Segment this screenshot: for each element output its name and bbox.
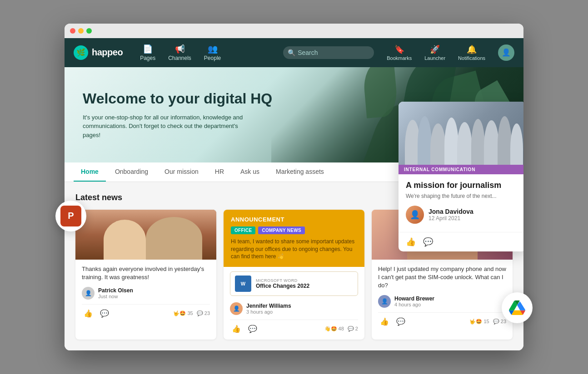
card-body-leadership: Thanks again everyone involved in yester… [75, 260, 216, 324]
file-source: MICROSOFT WORD [256, 278, 309, 283]
card-announcement: ANNOUNCEMENT OFFICE COMPANY NEWS Hi team… [224, 210, 364, 340]
reactions-itsupport: 🤟🤩 15 [469, 319, 489, 325]
author-avatar-leadership: 👤 [82, 287, 95, 300]
chip-companynews: COMPANY NEWS [258, 226, 305, 234]
article-author: 👤 Jona Davidova 12 April 2021 [406, 206, 518, 224]
channels-icon: 📢 [175, 44, 185, 54]
comment-button-itsupport[interactable]: 💬 [394, 316, 407, 327]
announcement-chips: OFFICE COMPANY NEWS [231, 226, 357, 234]
card-meta-announcement: 👤 Jennifer Williams 3 hours ago [230, 302, 358, 315]
floating-gdrive-icon[interactable] [502, 292, 533, 323]
nav-label-pages: Pages [140, 55, 155, 61]
card-meta-leadership: 👤 Patrick Olsen Just now [82, 287, 210, 300]
bookmarks-label: Bookmarks [387, 55, 412, 61]
tab-onboarding[interactable]: Onboarding [108, 162, 155, 182]
comments-count-announcement: 💬 2 [348, 326, 358, 332]
nav-item-pages[interactable]: 📄 Pages [140, 44, 155, 61]
logo-icon: 🌿 [74, 45, 88, 60]
notifications-label: Notifications [458, 55, 485, 61]
comment-button-announcement[interactable]: 💬 [246, 324, 259, 334]
launcher-label: Launcher [424, 55, 445, 61]
reactions-leadership: 🤟🤩 35 [173, 310, 193, 316]
like-button-announcement[interactable]: 👍 [230, 324, 243, 334]
card-actions-itsupport: 👍 💬 🤟🤩 15 💬 23 [378, 312, 506, 327]
like-button-article[interactable]: 👍 [406, 237, 416, 247]
pages-icon: 📄 [143, 44, 153, 54]
logo-text: happeo [92, 47, 123, 58]
hero-text: Welcome to your digital HQ It's your one… [65, 76, 290, 153]
launcher-icon: 🚀 [430, 44, 440, 54]
card-actions-announcement: 👍 💬 👋🤩 48 💬 2 [230, 320, 358, 334]
file-attachment[interactable]: W MICROSOFT WORD Office Changes 2022 [230, 271, 358, 296]
tab-hr[interactable]: HR [208, 162, 231, 182]
hero-subtitle: It's your one-stop-shop for all our info… [83, 113, 255, 140]
nav-item-people[interactable]: 👥 People [204, 44, 221, 61]
author-time-itsupport: 4 hours ago [394, 302, 434, 307]
nav-label-people: People [204, 55, 221, 61]
minimize-button[interactable] [78, 28, 84, 34]
announcement-tag: ANNOUNCEMENT [231, 216, 357, 223]
article-category: INTERNAL COMMUNICATION [399, 165, 523, 174]
announcement-text: Hi team, I wanted to share some importan… [231, 238, 357, 261]
nav-item-channels[interactable]: 📢 Channels [168, 44, 191, 61]
tab-askus[interactable]: Ask us [233, 162, 267, 182]
card-text-leadership: Thanks again everyone involved in yester… [82, 265, 210, 281]
gdrive-icon [507, 297, 528, 318]
comments-count-itsupport: 💬 23 [493, 319, 506, 325]
nav-action-bookmarks[interactable]: 🔖 Bookmarks [387, 44, 412, 61]
titlebar [65, 24, 523, 38]
people-icon: 👥 [208, 44, 218, 54]
article-body: A mission for journalism We're shaping t… [399, 174, 523, 231]
author-date-article: 12 April 2021 [429, 215, 473, 221]
floating-powerpoint-icon[interactable]: P [55, 201, 86, 231]
article-image: INTERNAL COMMUNICATION [399, 102, 523, 174]
reactions-announcement: 👋🤩 48 [324, 326, 344, 332]
close-button[interactable] [70, 28, 75, 34]
notifications-icon: 🔔 [467, 44, 477, 54]
author-avatar-itsupport: 👤 [378, 295, 391, 308]
powerpoint-icon: P [60, 206, 81, 226]
word-icon: W [235, 276, 251, 292]
card-actions-leadership: 👍 💬 🤟🤩 35 💬 23 [82, 304, 210, 319]
hero-title: Welcome to your digital HQ [83, 90, 272, 107]
card-body-itsupport: Help! I just updated my company phone an… [372, 260, 513, 333]
navbar: 🌿 happeo 📄 Pages 📢 Channels 👥 People 🔍 [65, 38, 523, 67]
card-image-leadership: LEADERSHIP [75, 210, 216, 260]
announcement-header: ANNOUNCEMENT OFFICE COMPANY NEWS Hi team… [224, 210, 364, 267]
article-title: A mission for journalism [406, 181, 518, 191]
tab-home[interactable]: Home [74, 162, 106, 182]
author-name-announcement: Jennifer Williams [246, 303, 291, 309]
like-button-leadership[interactable]: 👍 [82, 308, 95, 319]
nav-action-notifications[interactable]: 🔔 Notifications [458, 44, 485, 61]
article-floating-card: INTERNAL COMMUNICATION A mission for jou… [399, 102, 523, 252]
card-body-announcement: 👤 Jennifer Williams 3 hours ago 👍 💬 👋🤩 4… [224, 300, 364, 340]
tab-mission[interactable]: Our mission [157, 162, 206, 182]
file-name: Office Changes 2022 [256, 283, 309, 289]
comment-button-leadership[interactable]: 💬 [98, 308, 111, 319]
bookmarks-icon: 🔖 [394, 44, 404, 54]
comment-button-article[interactable]: 💬 [423, 237, 433, 247]
nav-action-launcher[interactable]: 🚀 Launcher [424, 44, 445, 61]
author-name-itsupport: Howard Brewer [394, 295, 434, 302]
logo[interactable]: 🌿 happeo [74, 45, 123, 60]
author-avatar-announcement: 👤 [230, 302, 243, 315]
article-actions: 👍 💬 [399, 232, 523, 251]
card-leadership: LEADERSHIP Thanks again everyone involve… [75, 210, 216, 340]
nav-label-channels: Channels [168, 55, 191, 61]
card-text-itsupport: Help! I just updated my company phone an… [378, 265, 506, 290]
author-time-leadership: Just now [98, 294, 133, 299]
author-avatar-article: 👤 [406, 206, 424, 224]
tab-marketing[interactable]: Marketing assets [269, 162, 331, 182]
chip-office: OFFICE [231, 226, 255, 234]
card-meta-itsupport: 👤 Howard Brewer 4 hours ago [378, 295, 506, 308]
author-time-announcement: 3 hours ago [246, 309, 291, 315]
search-input[interactable] [283, 46, 374, 59]
article-desc: We're shaping the future of the next... [406, 193, 518, 199]
author-name-leadership: Patrick Olsen [98, 287, 133, 294]
maximize-button[interactable] [86, 28, 92, 34]
search-wrapper: 🔍 [283, 46, 374, 59]
like-button-itsupport[interactable]: 👍 [378, 316, 391, 327]
author-name-article: Jona Davidova [429, 208, 473, 215]
user-avatar[interactable]: 👤 [498, 44, 514, 61]
comments-count-leadership: 💬 23 [197, 310, 210, 316]
